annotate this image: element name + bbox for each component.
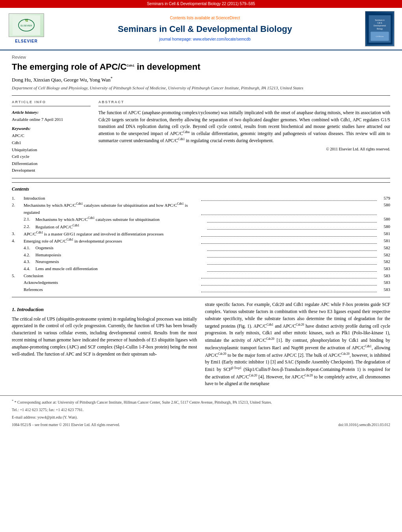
article-footer: * * Corresponding author at: University … [0, 395, 402, 431]
toc-item-4: 4. Emerging role of APC/CCdh1 in develop… [12, 237, 390, 245]
toc-item-4-4: 4.4. Lens and muscle cell differentiatio… [12, 265, 390, 272]
keyword-cell-cycle: Cell cycle [12, 153, 91, 160]
journal-citation: Seminars in Cell & Developmental Biology… [147, 2, 255, 6]
intro-right-text: strate specific factors. For example, Cd… [205, 301, 391, 387]
keyword-diff: Differentiation [12, 160, 91, 167]
toc-item-ack: Acknowledgements 583 [12, 279, 390, 286]
journal-title: Seminars in Cell & Developmental Biology [118, 23, 292, 35]
intro-left-text: The critical role of UPS (ubiquitin-prot… [12, 316, 197, 358]
info-abstract-section: ARTICLE INFO Article history: Available … [12, 95, 390, 174]
abstract-heading: ABSTRACT [98, 100, 390, 107]
elsevier-logo-section: 🌿 ELSEVIER ELSEVIER [5, 11, 48, 46]
keyword-dev: Development [12, 167, 91, 174]
toc-item-2-1: 2.1. Mechanisms by which APC/CCdh1 catal… [12, 216, 390, 223]
toc-item-2-2: 2.2. Regulation of APC/CCdh1 580 [12, 223, 390, 230]
contents-section: Contents 1. Introduction 579 2. Mechanis… [12, 182, 390, 293]
history-label: Article history: [12, 109, 91, 115]
elsevier-tree-logo: 🌿 ELSEVIER [9, 13, 44, 37]
svg-text:Seminars in: Seminars in [375, 19, 385, 21]
article-title: The emerging role of APC/CCdh1 in develo… [12, 62, 390, 72]
authors: Dong Hu, Xinxian Qiao, George Wu, Yong W… [12, 76, 390, 84]
section-divider-1 [12, 178, 390, 178]
journal-cover-thumb: Seminars in Cell & Developmental Biology… [365, 11, 395, 46]
keyword-cdh1: Cdh1 [12, 139, 91, 146]
article-info-panel: ARTICLE INFO Article history: Available … [12, 100, 91, 174]
journal-title-center: Contents lists available at ScienceDirec… [52, 11, 358, 46]
journal-homepage: journal homepage: www.elsevier.com/locat… [159, 37, 250, 42]
toc-item-4-2: 4.2. Hematopoiesis 582 [12, 252, 390, 259]
abstract-text: The function of APC/C (anaphase-promotin… [98, 109, 390, 144]
article-type-label: Review [12, 54, 390, 60]
journal-header: 🌿 ELSEVIER ELSEVIER Contents lists avail… [0, 8, 402, 50]
toc-item-2: 2. Mechanisms by which APC/CCdh1 catalyz… [12, 202, 390, 216]
intro-section-title: 1. Introduction [12, 306, 197, 313]
keyword-ubiq: Ubiquitylation [12, 146, 91, 154]
footer-bottom: 1084-9521/$ – see front matter © 2011 El… [12, 423, 390, 428]
toc-item-ref: References 583 [12, 286, 390, 293]
toc-item-1: 1. Introduction 579 [12, 195, 390, 202]
history-value: Available online 7 April 2011 [12, 117, 91, 122]
keyword-apc: APC/C [12, 132, 91, 139]
journal-citation-bar: Seminars in Cell & Developmental Biology… [0, 0, 402, 8]
svg-text:ELSEVIER: ELSEVIER [20, 24, 32, 27]
journal-thumbnail: Seminars in Cell & Developmental Biology… [362, 11, 397, 46]
footnote-email: E-mail address: yow4@pitt.edu (Y. Wan). [12, 414, 390, 420]
section-divider-2 [12, 297, 390, 297]
intro-right-col: strate specific factors. For example, Cd… [205, 301, 391, 387]
elsevier-label: ELSEVIER [15, 39, 37, 44]
svg-text:Cell Division: Cell Division [376, 36, 383, 37]
sciencedirect-link: Contents lists available at ScienceDirec… [170, 15, 240, 21]
svg-text:Cell &: Cell & [377, 22, 382, 24]
doi: doi:10.1016/j.semcdb.2011.03.012 [338, 423, 390, 428]
footnote-address: * * Corresponding author at: University … [12, 399, 390, 405]
svg-text:Biology: Biology [376, 28, 383, 30]
toc-item-4-1: 4.1. Oogenesis 582 [12, 245, 390, 252]
affiliation: Department of Cell Biology and Physiolog… [12, 85, 390, 91]
intro-left-col: 1. Introduction The critical role of UPS… [12, 301, 197, 387]
article-body: Review The emerging role of APC/CCdh1 in… [0, 50, 402, 395]
svg-text:Developmental: Developmental [374, 25, 386, 27]
keywords-label: Keywords: [12, 126, 91, 132]
toc-item-5: 5. Conclusion 583 [12, 272, 390, 280]
toc-item-3: 3. APC/CCdh1 is a master G0/G1 regulator… [12, 230, 390, 237]
article-info-heading: ARTICLE INFO [12, 100, 91, 107]
copyright-notice: © 2011 Elsevier Ltd. All rights reserved… [98, 146, 390, 152]
intro-two-col: 1. Introduction The critical role of UPS… [12, 301, 390, 387]
contents-title: Contents [12, 186, 390, 193]
issn: 1084-9521/$ – see front matter © 2011 El… [12, 423, 120, 428]
abstract-panel: ABSTRACT The function of APC/C (anaphase… [98, 100, 390, 174]
toc-item-4-3: 4.3. Neurogenesis 582 [12, 258, 390, 265]
footnote-tel: Tel.: +1 412 623 3275; fax: +1 412 623 7… [12, 407, 390, 413]
